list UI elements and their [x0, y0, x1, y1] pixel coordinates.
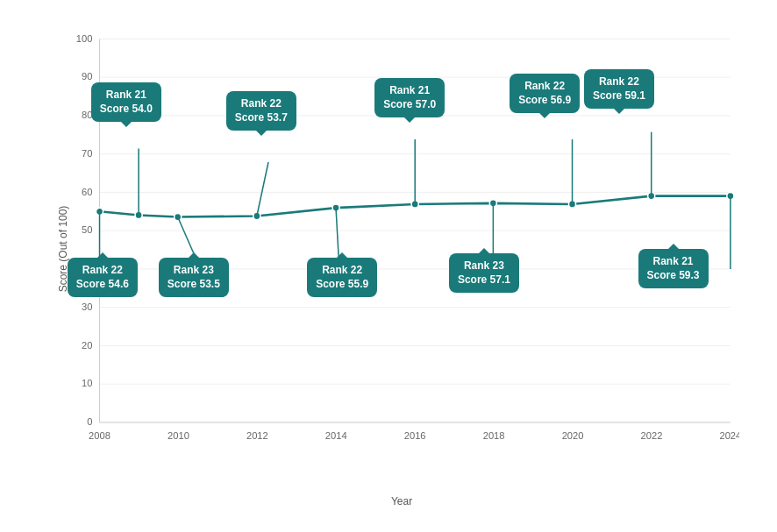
- svg-text:2012: 2012: [246, 429, 268, 440]
- chart-svg: 0 10 20 30 40 50 60 70 80 90 100 2008 20…: [64, 30, 739, 468]
- svg-text:2010: 2010: [168, 429, 189, 440]
- svg-text:2022: 2022: [641, 429, 663, 440]
- svg-text:50: 50: [82, 224, 92, 235]
- svg-text:90: 90: [82, 71, 92, 82]
- svg-point-35: [175, 213, 182, 220]
- svg-line-46: [257, 162, 268, 216]
- svg-text:2014: 2014: [325, 429, 347, 440]
- svg-text:2016: 2016: [404, 429, 426, 440]
- chart-container: Score (Out of 100) Year 0 10 20: [11, 12, 766, 521]
- svg-text:2008: 2008: [89, 429, 110, 440]
- svg-text:80: 80: [82, 109, 92, 119]
- svg-text:60: 60: [82, 186, 92, 196]
- svg-text:70: 70: [82, 147, 92, 158]
- svg-text:20: 20: [82, 339, 92, 350]
- svg-text:30: 30: [82, 301, 92, 311]
- svg-text:2020: 2020: [562, 429, 584, 440]
- svg-text:0: 0: [87, 415, 92, 426]
- svg-text:100: 100: [76, 32, 93, 43]
- svg-text:2024: 2024: [719, 429, 739, 440]
- svg-text:2018: 2018: [483, 429, 505, 440]
- svg-line-47: [336, 208, 339, 272]
- svg-text:10: 10: [82, 378, 92, 388]
- svg-text:40: 40: [82, 262, 92, 273]
- svg-line-45: [178, 216, 202, 271]
- x-axis-label: Year: [391, 495, 412, 507]
- chart-area: Score (Out of 100) Year 0 10 20: [64, 30, 739, 468]
